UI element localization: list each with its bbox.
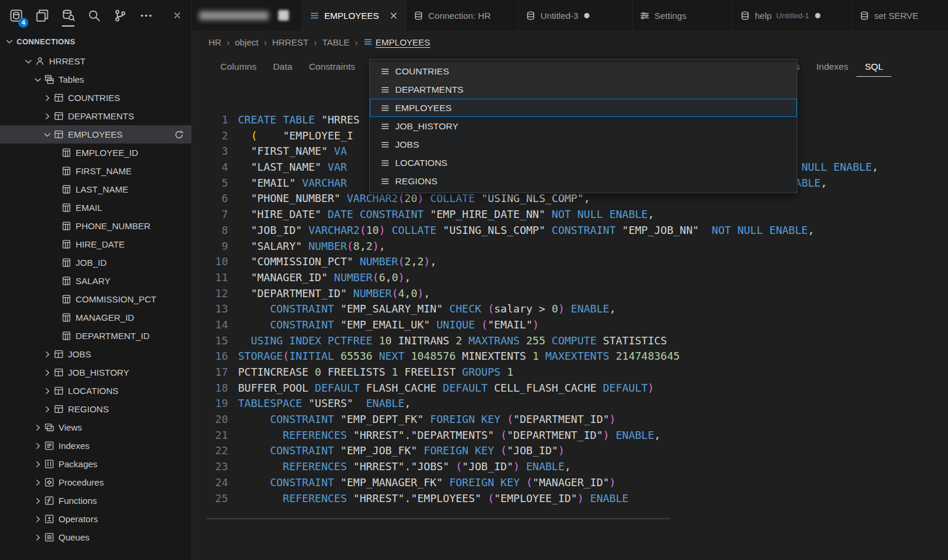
column-icon bbox=[61, 258, 71, 268]
tree-item-locations[interactable]: LOCATIONS bbox=[0, 382, 191, 400]
line-number[interactable]: 25 bbox=[192, 491, 238, 507]
queues-icon bbox=[44, 532, 54, 542]
tree-item-regions[interactable]: REGIONS bbox=[0, 400, 191, 418]
tree-item-job-id[interactable]: JOB_ID bbox=[0, 253, 191, 272]
subtab-sql[interactable]: SQL bbox=[856, 57, 891, 77]
breadcrumb-item-hrrest[interactable]: HRREST bbox=[272, 37, 309, 47]
close-icon[interactable] bbox=[389, 11, 399, 21]
code-text: CREATE TABLE "HRRES bbox=[238, 113, 360, 126]
tree-item-first-name[interactable]: FIRST_NAME bbox=[0, 162, 191, 180]
line-number[interactable]: 11 bbox=[192, 270, 238, 286]
dropdown-item-employees[interactable]: EMPLOYEES bbox=[370, 99, 797, 117]
line-number[interactable]: 16 bbox=[192, 349, 238, 364]
subtab-columns[interactable]: Columns bbox=[212, 57, 265, 77]
tab-redacted[interactable] bbox=[192, 0, 302, 31]
tree-item-jobs[interactable]: JOBS bbox=[0, 345, 191, 363]
tree-item-job-history[interactable]: JOB_HISTORY bbox=[0, 363, 191, 382]
tab-untitled-3[interactable]: Untitled-3 bbox=[519, 0, 633, 31]
tree-item-employees[interactable]: EMPLOYEES bbox=[0, 125, 191, 144]
tree-item-hrrest[interactable]: HRREST bbox=[0, 52, 191, 70]
code-line-14: 14 CONSTRAINT "EMP_EMAIL_UK" UNIQUE ("EM… bbox=[192, 317, 948, 333]
tree-item-salary[interactable]: SALARY bbox=[0, 272, 191, 290]
column-icon bbox=[61, 166, 71, 176]
line-number[interactable]: 7 bbox=[192, 207, 238, 223]
line-number[interactable]: 15 bbox=[192, 333, 238, 349]
ellipsis-button[interactable] bbox=[139, 9, 153, 22]
tree-item-manager-id[interactable]: MANAGER_ID bbox=[0, 308, 191, 327]
code-text: USING INDEX PCTFREE 10 INITRANS 2 MAXTRA… bbox=[238, 334, 667, 347]
refresh-icon[interactable] bbox=[174, 130, 184, 139]
line-number[interactable]: 24 bbox=[192, 475, 238, 491]
dropdown-item-job-history[interactable]: JOB_HISTORY bbox=[370, 117, 797, 135]
tree-item-phone-number[interactable]: PHONE_NUMBER bbox=[0, 217, 191, 235]
tree-item-tables[interactable]: Tables bbox=[0, 70, 191, 89]
line-number[interactable]: 4 bbox=[192, 159, 238, 175]
tree-item-packages[interactable]: Packages bbox=[0, 455, 191, 473]
tab-settings[interactable]: Settings bbox=[633, 0, 733, 31]
line-number[interactable]: 13 bbox=[192, 301, 238, 317]
connections-button[interactable]: 4 bbox=[9, 9, 23, 22]
line-number[interactable]: 21 bbox=[192, 428, 238, 444]
dropdown-item-locations[interactable]: LOCATIONS bbox=[370, 154, 797, 172]
line-number[interactable]: 18 bbox=[192, 380, 238, 396]
line-number[interactable]: 22 bbox=[192, 443, 238, 459]
search-button[interactable] bbox=[87, 9, 101, 22]
line-number[interactable]: 19 bbox=[192, 396, 238, 412]
line-number[interactable]: 2 bbox=[192, 128, 238, 144]
tree-item-procedures[interactable]: Procedures bbox=[0, 473, 191, 491]
tree-item-operators[interactable]: Operators bbox=[0, 510, 191, 528]
line-number[interactable]: 1 bbox=[192, 112, 238, 128]
line-number[interactable]: 14 bbox=[192, 317, 238, 333]
tree-item-label: Operators bbox=[58, 514, 98, 524]
subtab-indexes[interactable]: Indexes bbox=[808, 57, 856, 77]
tree-item-last-name[interactable]: LAST_NAME bbox=[0, 180, 191, 198]
dropdown-item-departments[interactable]: DEPARTMENTS bbox=[370, 80, 797, 99]
tree-item-indexes[interactable]: Indexes bbox=[0, 437, 191, 455]
breadcrumb-item-table[interactable]: TABLE bbox=[322, 37, 349, 47]
breadcrumb-item-employees[interactable]: EMPLOYEES bbox=[363, 37, 431, 47]
code-line-11: 11 "MANAGER_ID" NUMBER(6,0), bbox=[192, 270, 948, 286]
line-number[interactable]: 9 bbox=[192, 239, 238, 255]
tab-set-serve[interactable]: set SERVE bbox=[852, 0, 948, 31]
git-branch-button[interactable] bbox=[113, 9, 127, 22]
subtab-data[interactable]: Data bbox=[265, 57, 301, 77]
tree-item-email[interactable]: EMAIL bbox=[0, 198, 191, 217]
line-number[interactable]: 20 bbox=[192, 412, 238, 428]
tree-item-views[interactable]: Views bbox=[0, 418, 191, 437]
subtab-constraints[interactable]: Constraints bbox=[301, 57, 363, 77]
breadcrumb-item-hr[interactable]: HR bbox=[209, 37, 221, 47]
breadcrumb-item-object[interactable]: object bbox=[235, 37, 259, 47]
close-sidebar-button[interactable] bbox=[172, 11, 182, 20]
connections-section-header[interactable]: CONNECTIONS bbox=[0, 31, 191, 52]
line-number[interactable]: 12 bbox=[192, 286, 238, 302]
tab-connection-hr[interactable]: Connection: HR bbox=[406, 0, 519, 31]
tab-employees[interactable]: EMPLOYEES bbox=[302, 0, 406, 31]
tree-item-departments[interactable]: DEPARTMENTS bbox=[0, 107, 191, 125]
chevron-right-icon bbox=[43, 368, 52, 377]
tree-item-functions[interactable]: Functions bbox=[0, 491, 191, 510]
layout-button[interactable] bbox=[35, 9, 49, 22]
line-number[interactable]: 10 bbox=[192, 254, 238, 270]
dirty-indicator bbox=[584, 13, 589, 18]
tree-item-label: PHONE_NUMBER bbox=[76, 221, 151, 231]
tree-item-countries[interactable]: COUNTRIES bbox=[0, 89, 191, 107]
tab-help[interactable]: helpUntitled-1 bbox=[733, 0, 852, 31]
line-number[interactable]: 8 bbox=[192, 223, 238, 239]
tree-item-commission-pct[interactable]: COMMISSION_PCT bbox=[0, 290, 191, 308]
schema-search-button[interactable] bbox=[61, 9, 75, 22]
line-number[interactable]: 3 bbox=[192, 144, 238, 159]
dropdown-item-regions[interactable]: REGIONS bbox=[370, 172, 797, 190]
dropdown-item-countries[interactable]: COUNTRIES bbox=[370, 62, 797, 80]
line-number[interactable]: 6 bbox=[192, 191, 238, 207]
tree-item-department-id[interactable]: DEPARTMENT_ID bbox=[0, 327, 191, 345]
code-line-21: 21 REFERENCES "HRREST"."DEPARTMENTS" ("D… bbox=[192, 428, 948, 444]
tree-item-hire-date[interactable]: HIRE_DATE bbox=[0, 235, 191, 253]
line-number[interactable]: 17 bbox=[192, 364, 238, 380]
tree-item-employee-id[interactable]: EMPLOYEE_ID bbox=[0, 144, 191, 162]
line-number[interactable]: 5 bbox=[192, 175, 238, 191]
line-number[interactable]: 23 bbox=[192, 459, 238, 475]
tree-item-queues[interactable]: Queues bbox=[0, 528, 191, 546]
tree-item-label: SALARY bbox=[76, 276, 110, 286]
tree-item-label: REGIONS bbox=[68, 404, 109, 414]
dropdown-item-jobs[interactable]: JOBS bbox=[370, 135, 797, 154]
